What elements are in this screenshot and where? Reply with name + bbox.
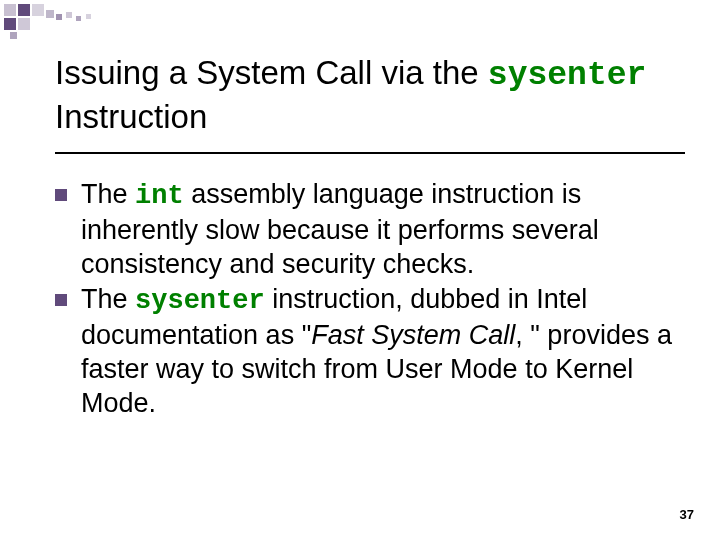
title-underline bbox=[55, 152, 685, 154]
text-seg: The bbox=[81, 179, 135, 209]
list-item: The sysenter instruction, dubbed in Inte… bbox=[55, 283, 680, 420]
bullet-icon bbox=[55, 294, 67, 306]
bullet-text: The int assembly language instruction is… bbox=[81, 178, 680, 281]
bullet-text: The sysenter instruction, dubbed in Inte… bbox=[81, 283, 680, 420]
title-pre: Issuing a System Call via the bbox=[55, 54, 488, 91]
code-seg: sysenter bbox=[135, 286, 265, 316]
list-item: The int assembly language instruction is… bbox=[55, 178, 680, 281]
title-code: sysenter bbox=[488, 57, 646, 94]
page-number: 37 bbox=[680, 507, 694, 522]
code-seg: int bbox=[135, 181, 184, 211]
corner-decoration bbox=[0, 0, 130, 40]
slide-title: Issuing a System Call via the sysenter I… bbox=[55, 52, 680, 138]
bullet-icon bbox=[55, 189, 67, 201]
italic-seg: Fast System Call bbox=[311, 320, 515, 350]
slide-body: The int assembly language instruction is… bbox=[55, 178, 680, 422]
text-seg: The bbox=[81, 284, 135, 314]
title-post: Instruction bbox=[55, 98, 207, 135]
